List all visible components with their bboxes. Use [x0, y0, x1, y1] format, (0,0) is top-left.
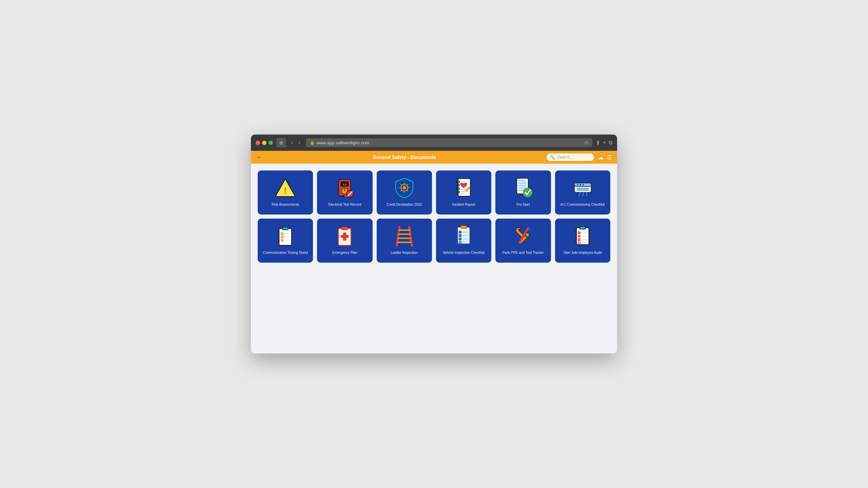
card-emergency-plan[interactable]: Emergency Plan: [317, 219, 372, 263]
url-text: www.app.safeworkpro.com: [317, 140, 369, 145]
header-icons: ☁ ☰: [598, 154, 612, 161]
search-box[interactable]: 🔍 Search...: [547, 154, 594, 161]
browser-window: ⊞ ‹ › 🔒 www.app.safeworkpro.com ↺ ⬆ + ⧉ …: [251, 135, 617, 353]
clipboard-checks-icon: [274, 224, 297, 248]
app-back-button[interactable]: ←: [256, 154, 262, 161]
card-label: Ladder Inspection: [391, 250, 418, 255]
sidebar-toggle-button[interactable]: ⊞: [276, 138, 286, 147]
app-header: ← General Safety - Documents 🔍 Search...…: [251, 151, 617, 164]
svg-rect-77: [459, 241, 461, 243]
card-electrical-test[interactable]: 8.8 Electrical Test Record: [317, 170, 372, 215]
svg-rect-10: [343, 195, 344, 197]
maximize-button[interactable]: [269, 141, 273, 145]
card-label: Incident Report: [452, 202, 475, 207]
card-incident-report[interactable]: Incident Report: [436, 170, 491, 215]
card-label: Site/ Job/ employee Audit: [564, 250, 602, 255]
reload-button[interactable]: ↺: [584, 140, 588, 145]
back-nav-button[interactable]: ‹: [289, 139, 295, 146]
svg-rect-70: [461, 226, 467, 228]
browser-chrome: ⊞ ‹ › 🔒 www.app.safeworkpro.com ↺ ⬆ + ⧉: [251, 135, 617, 151]
svg-point-15: [402, 186, 406, 189]
card-communication-testing[interactable]: Communication Testing Sheet: [258, 219, 313, 263]
address-bar[interactable]: 🔒 www.app.safeworkpro.com ↺: [306, 138, 592, 147]
svg-text:!: !: [284, 185, 287, 196]
card-risk-assessments[interactable]: ! Risk Assessments: [258, 170, 313, 215]
card-label: A C Commissioning Checklist: [560, 202, 605, 207]
document-grid: ! Risk Assessments 8.8: [258, 170, 610, 263]
search-icon: 🔍: [550, 155, 555, 160]
warning-icon: !: [274, 176, 297, 200]
card-label: Vehicle Inspection Checklist: [443, 250, 485, 255]
lock-icon: 🔒: [310, 141, 315, 145]
card-pre-start[interactable]: Pre Start: [495, 170, 551, 215]
svg-line-81: [528, 228, 530, 230]
svg-rect-60: [342, 227, 348, 230]
svg-rect-35: [519, 180, 526, 181]
search-placeholder: Search...: [557, 155, 573, 160]
card-ac-commissioning[interactable]: A C Commissioning Checklist: [555, 170, 610, 215]
svg-rect-62: [341, 235, 349, 238]
nav-buttons: ‹ ›: [289, 139, 302, 146]
svg-rect-39: [519, 190, 524, 191]
page-title: General Safety - Documents: [267, 155, 542, 160]
card-site-audit[interactable]: Site/ Job/ employee Audit: [555, 219, 610, 263]
tabs-button[interactable]: ⧉: [609, 140, 612, 146]
audit-clipboard-icon: [571, 224, 594, 248]
card-label: Emergency Plan: [332, 250, 357, 255]
shield-icon: [392, 176, 416, 200]
svg-text:8.8: 8.8: [343, 183, 347, 186]
close-button[interactable]: [256, 141, 260, 145]
svg-line-48: [579, 192, 580, 196]
svg-line-49: [583, 192, 584, 196]
svg-rect-11: [345, 195, 347, 197]
multimeter-icon: 8.8: [333, 176, 357, 200]
svg-rect-38: [519, 187, 526, 188]
notebook-icon: [452, 176, 476, 200]
svg-rect-84: [580, 226, 586, 229]
checklist-approved-icon: [511, 176, 535, 200]
browser-actions: ⬆ + ⧉: [596, 140, 612, 146]
app-content: ! Risk Assessments 8.8: [251, 164, 617, 353]
svg-point-40: [523, 188, 532, 197]
emergency-clipboard-icon: [333, 224, 357, 248]
svg-rect-36: [519, 183, 526, 184]
traffic-lights: [256, 141, 273, 145]
card-label: Pre Start: [516, 202, 530, 207]
ac-unit-icon: [571, 176, 594, 200]
svg-point-45: [577, 184, 578, 185]
card-label: Electrical Test Record: [329, 202, 361, 207]
menu-icon[interactable]: ☰: [607, 154, 612, 161]
tools-icon: [511, 224, 535, 248]
cloud-icon[interactable]: ☁: [598, 154, 604, 161]
minimize-button[interactable]: [262, 141, 267, 145]
card-label: Risk Assessments: [272, 202, 299, 207]
svg-rect-82: [525, 232, 530, 237]
new-tab-button[interactable]: +: [603, 140, 606, 146]
svg-point-46: [579, 184, 581, 185]
card-ladder-inspection[interactable]: Ladder Inspection: [377, 219, 432, 263]
card-vehicle-inspection[interactable]: Vehicle Inspection Checklist: [436, 219, 491, 263]
share-button[interactable]: ⬆: [596, 140, 600, 146]
card-label: Parts PPE and Tool Tracker: [502, 250, 544, 255]
vehicle-clipboard-icon: [452, 224, 476, 248]
svg-rect-37: [519, 185, 526, 186]
card-parts-ppe[interactable]: Parts PPE and Tool Tracker: [495, 219, 551, 263]
card-covid-declaration[interactable]: Covid Declaration 2022: [377, 170, 432, 215]
svg-rect-52: [282, 227, 288, 230]
svg-rect-91: [578, 242, 580, 244]
svg-line-50: [587, 192, 587, 196]
ladder-icon: [392, 224, 416, 248]
card-label: Covid Declaration 2022: [387, 202, 422, 207]
forward-nav-button[interactable]: ›: [296, 139, 302, 146]
svg-point-47: [582, 184, 584, 185]
card-label: Communication Testing Sheet: [263, 250, 308, 255]
